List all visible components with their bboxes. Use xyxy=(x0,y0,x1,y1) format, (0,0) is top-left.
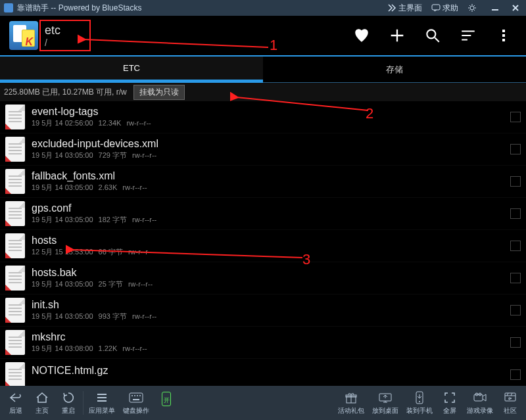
file-meta: 19 5月 14 03:05:00182 字节rw-r--r-- xyxy=(32,215,505,225)
svg-rect-0 xyxy=(432,5,440,10)
keyboard-button[interactable]: 键盘操作 xyxy=(119,390,153,415)
svg-rect-6 xyxy=(502,39,505,41)
app-menu-button[interactable]: 应用菜单 xyxy=(85,390,119,415)
settings-button[interactable] xyxy=(467,3,479,12)
back-button[interactable]: 后退 xyxy=(3,390,29,415)
file-info: hosts.bak 19 5月 14 03:05:0025 字节rw-r--r-… xyxy=(32,267,505,289)
community-button[interactable]: 社区 xyxy=(497,390,523,415)
file-checkbox[interactable] xyxy=(510,208,521,219)
menu-button[interactable] xyxy=(490,22,517,49)
file-meta: 19 5月 14 03:08:001.22Krw-r--r-- xyxy=(32,344,505,354)
file-row[interactable]: gps.conf 19 5月 14 03:05:00182 字节rw-r--r-… xyxy=(0,198,526,230)
app-logo xyxy=(4,3,13,12)
file-list: event-log-tags 19 5月 14 02:56:0012.34Krw… xyxy=(0,101,526,391)
file-meta: 19 5月 14 03:05:00729 字节rw-r--r-- xyxy=(32,151,505,160)
install-phone-button[interactable]: 装到手机 xyxy=(402,390,437,415)
window-titlebar: 靠谱助手 -- Powered by BlueStacks 主界面 求助 xyxy=(0,0,526,16)
file-icon xyxy=(5,362,25,387)
file-icon xyxy=(5,169,25,194)
file-row[interactable]: event-log-tags 19 5月 14 02:56:0012.34Krw… xyxy=(0,101,526,133)
file-info: NOTICE.html.gz xyxy=(32,365,505,385)
file-name: hosts xyxy=(32,235,505,246)
svg-rect-21 xyxy=(505,393,515,401)
home-button[interactable]: 主页 xyxy=(29,390,55,415)
file-icon xyxy=(5,330,25,355)
app-header: K etc / xyxy=(0,16,526,55)
help-button[interactable]: 求助 xyxy=(431,3,458,14)
folder-name: etc xyxy=(45,24,60,37)
file-checkbox[interactable] xyxy=(510,305,521,315)
bottom-toolbar: 后退 主页 重启 应用菜单 键盘操作 开 活动礼包 放到桌面 装到手机 全屏 游… xyxy=(0,386,526,420)
toggle-on-button[interactable]: 开 xyxy=(153,392,179,415)
svg-point-10 xyxy=(137,395,138,396)
file-icon xyxy=(5,137,25,162)
file-row[interactable]: fallback_fonts.xml 19 5月 14 03:05:002.63… xyxy=(0,166,526,198)
file-checkbox[interactable] xyxy=(510,144,521,154)
svg-point-9 xyxy=(134,395,135,396)
search-button[interactable] xyxy=(419,22,446,49)
gift-button[interactable]: 活动礼包 xyxy=(334,390,368,415)
file-row[interactable]: init.sh 19 5月 14 03:05:00993 字节rw-r--r-- xyxy=(0,294,526,327)
svg-point-11 xyxy=(139,395,141,396)
file-checkbox[interactable] xyxy=(510,337,521,348)
file-name: hosts.bak xyxy=(32,267,505,279)
record-button[interactable]: 游戏录像 xyxy=(463,390,497,415)
main-ui-button[interactable]: 主界面 xyxy=(387,3,422,14)
svg-point-1 xyxy=(470,6,474,10)
file-meta xyxy=(32,377,505,385)
file-name: excluded-input-devices.xml xyxy=(32,138,505,150)
file-row[interactable]: hosts 12 5月 15 15:53:0066 字节rw-r--r-- xyxy=(0,230,526,262)
desktop-button[interactable]: 放到桌面 xyxy=(368,390,402,415)
svg-rect-12 xyxy=(133,399,139,400)
svg-rect-7 xyxy=(130,393,143,402)
file-checkbox[interactable] xyxy=(510,112,521,122)
file-info: gps.conf 19 5月 14 03:05:00182 字节rw-r--r-… xyxy=(32,202,505,225)
file-manager-icon: K xyxy=(9,21,38,50)
restart-button[interactable]: 重启 xyxy=(55,390,82,415)
svg-rect-4 xyxy=(502,30,505,32)
tabs: ETC 存储 xyxy=(0,57,526,83)
file-meta: 19 5月 14 03:05:00993 字节rw-r--r-- xyxy=(32,312,505,321)
file-name: NOTICE.html.gz xyxy=(32,365,505,377)
fullscreen-button[interactable]: 全屏 xyxy=(437,390,463,415)
tab-etc[interactable]: ETC xyxy=(0,57,263,83)
path-display[interactable]: etc / xyxy=(45,24,60,48)
file-info: fallback_fonts.xml 19 5月 14 03:05:002.63… xyxy=(32,170,505,193)
window-title: 靠谱助手 -- Powered by BlueStacks xyxy=(17,3,141,14)
minimize-button[interactable] xyxy=(490,3,502,12)
file-meta: 12 5月 15 15:53:0066 字节rw-r--r-- xyxy=(32,247,505,257)
file-icon xyxy=(5,266,25,291)
file-name: init.sh xyxy=(32,299,505,311)
svg-rect-5 xyxy=(502,34,505,37)
svg-rect-18 xyxy=(474,394,483,401)
storage-status: 225.80MB 已用, 10.27MB 可用, r/w xyxy=(4,87,127,98)
svg-point-3 xyxy=(427,30,435,38)
favorite-button[interactable] xyxy=(348,22,375,49)
file-info: event-log-tags 19 5月 14 02:56:0012.34Krw… xyxy=(32,106,505,128)
svg-point-8 xyxy=(132,395,133,396)
svg-point-17 xyxy=(419,401,420,402)
file-name: gps.conf xyxy=(32,202,505,214)
sort-button[interactable] xyxy=(455,22,481,49)
folder-path: / xyxy=(45,37,60,48)
file-checkbox[interactable] xyxy=(510,273,521,283)
add-button[interactable] xyxy=(384,22,410,49)
tab-storage[interactable]: 存储 xyxy=(263,57,526,83)
file-checkbox[interactable] xyxy=(510,369,521,380)
file-meta: 19 5月 14 02:56:0012.34Krw-r--r-- xyxy=(32,118,505,128)
file-row[interactable]: excluded-input-devices.xml 19 5月 14 03:0… xyxy=(0,133,526,166)
file-icon xyxy=(5,233,25,258)
mount-readonly-button[interactable]: 挂载为只读 xyxy=(133,85,185,100)
file-checkbox[interactable] xyxy=(510,176,521,187)
file-info: init.sh 19 5月 14 03:05:00993 字节rw-r--r-- xyxy=(32,299,505,321)
file-checkbox[interactable] xyxy=(510,241,521,251)
file-row[interactable]: mkshrc 19 5月 14 03:08:001.22Krw-r--r-- xyxy=(0,327,526,359)
file-row[interactable]: hosts.bak 19 5月 14 03:05:0025 字节rw-r--r-… xyxy=(0,262,526,294)
file-info: hosts 12 5月 15 15:53:0066 字节rw-r--r-- xyxy=(32,235,505,257)
file-info: excluded-input-devices.xml 19 5月 14 03:0… xyxy=(32,138,505,160)
close-button[interactable] xyxy=(511,3,522,12)
file-name: event-log-tags xyxy=(32,106,505,118)
file-icon xyxy=(5,298,25,323)
file-info: mkshrc 19 5月 14 03:08:001.22Krw-r--r-- xyxy=(32,331,505,354)
file-meta: 19 5月 14 03:05:0025 字节rw-r--r-- xyxy=(32,279,505,289)
